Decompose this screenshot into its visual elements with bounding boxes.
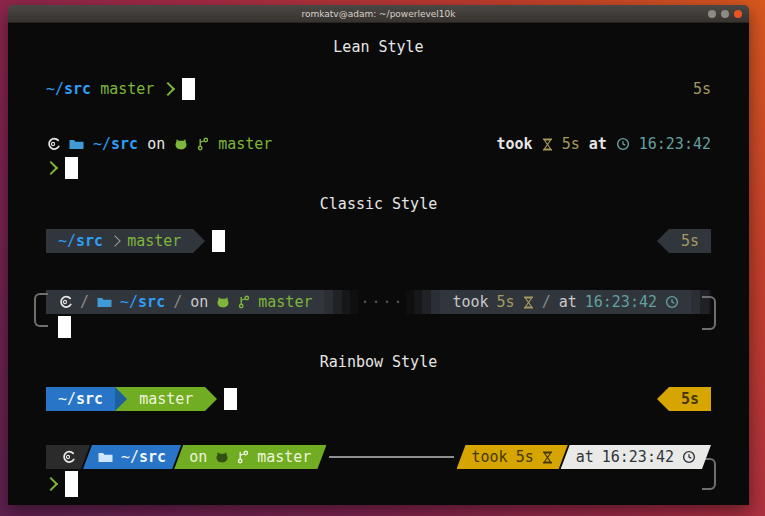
at-label: at bbox=[559, 293, 577, 311]
rainbow-style-heading: Rainbow Style bbox=[8, 352, 749, 372]
terminal-cursor bbox=[224, 388, 237, 410]
gap-filler-line bbox=[329, 456, 453, 458]
dir-prefix: ~/ bbox=[93, 135, 111, 153]
duration-segment: took 5s bbox=[457, 445, 568, 469]
command-duration: 5s bbox=[681, 390, 699, 408]
at-label: at bbox=[589, 135, 607, 153]
took-label: took bbox=[452, 293, 488, 311]
on-label: on bbox=[190, 293, 208, 311]
segment-fade bbox=[324, 290, 358, 314]
dir-name: src bbox=[138, 293, 165, 311]
classic-short-prompt: ~/src master 5s bbox=[8, 229, 749, 253]
directory-segment: ~/src bbox=[83, 445, 181, 469]
dir-name: src bbox=[111, 135, 138, 153]
github-octocat-icon bbox=[215, 451, 229, 464]
took-label: took bbox=[497, 135, 533, 153]
os-segment bbox=[46, 445, 90, 469]
slash-separator: / bbox=[173, 293, 182, 311]
terminal-screen[interactable]: Lean Style ~/src master 5s bbox=[8, 23, 749, 505]
maximize-button[interactable] bbox=[721, 10, 729, 18]
dir-name: src bbox=[76, 232, 103, 250]
current-directory: ~/src bbox=[58, 232, 103, 250]
window-title: romkatv@adam: ~/powerlevel10k bbox=[301, 9, 455, 19]
rainbow-short-prompt: ~/src master 5s bbox=[8, 387, 749, 411]
terminal-window: romkatv@adam: ~/powerlevel10k Lean Style… bbox=[8, 5, 749, 505]
at-label: at bbox=[576, 448, 594, 466]
took-label: took bbox=[472, 448, 508, 466]
git-branch: master bbox=[258, 293, 312, 311]
terminal-cursor bbox=[212, 230, 225, 252]
folder-icon bbox=[98, 451, 113, 463]
prompt-frame-left bbox=[34, 293, 48, 327]
classic-style-heading: Classic Style bbox=[8, 194, 749, 214]
hourglass-icon bbox=[542, 138, 553, 151]
segment-fade bbox=[406, 290, 440, 314]
dir-name: src bbox=[76, 390, 103, 408]
dir-prefix: ~/ bbox=[120, 293, 138, 311]
current-time: 16:23:42 bbox=[639, 135, 711, 153]
current-directory: ~/src bbox=[93, 135, 138, 153]
prompt-frame-right bbox=[702, 296, 716, 330]
lean-style-heading: Lean Style bbox=[8, 37, 749, 57]
powerline-arrow-icon bbox=[193, 229, 205, 253]
folder-icon bbox=[97, 296, 112, 308]
prompt-chevron-icon bbox=[44, 161, 58, 175]
rainbow-full-prompt: ~/src on master took bbox=[8, 445, 749, 499]
lean-full-prompt: ~/src on master took bbox=[8, 134, 749, 180]
powerline-arrow-icon bbox=[657, 387, 669, 411]
section-title: Classic Style bbox=[320, 195, 437, 213]
terminal-cursor bbox=[182, 78, 195, 100]
command-duration: 5s bbox=[681, 232, 699, 250]
dir-prefix: ~/ bbox=[46, 80, 64, 98]
git-branch: master bbox=[139, 390, 193, 408]
clock-icon bbox=[665, 295, 679, 309]
dir-prefix: ~/ bbox=[58, 232, 76, 250]
segment-separator-icon bbox=[109, 235, 120, 246]
folder-icon bbox=[69, 138, 84, 150]
git-branch-icon bbox=[238, 295, 250, 309]
slash-separator: / bbox=[542, 293, 551, 311]
current-time: 16:23:42 bbox=[602, 448, 674, 466]
terminal-cursor bbox=[65, 157, 78, 179]
terminal-cursor bbox=[65, 471, 78, 497]
clock-icon bbox=[616, 137, 630, 151]
desktop-wallpaper: romkatv@adam: ~/powerlevel10k Lean Style… bbox=[0, 0, 765, 516]
hourglass-icon bbox=[523, 296, 534, 309]
current-directory: ~/src bbox=[46, 80, 91, 98]
dir-name: src bbox=[64, 80, 91, 98]
prompt-chevron-icon bbox=[161, 82, 175, 96]
git-branch-icon bbox=[237, 450, 249, 464]
current-directory: ~/src bbox=[58, 390, 103, 408]
command-duration: 5s bbox=[562, 135, 580, 153]
powerline-arrow-icon bbox=[205, 387, 217, 411]
section-title: Rainbow Style bbox=[320, 353, 437, 371]
git-segment: on master bbox=[174, 445, 326, 469]
close-button[interactable] bbox=[734, 10, 742, 18]
minimize-button[interactable] bbox=[708, 10, 716, 18]
on-label: on bbox=[147, 135, 165, 153]
time-segment: at 16:23:42 bbox=[561, 445, 711, 469]
on-label: on bbox=[189, 448, 207, 466]
os-logo-icon bbox=[58, 295, 72, 309]
dir-prefix: ~/ bbox=[58, 390, 76, 408]
section-title: Lean Style bbox=[333, 38, 423, 56]
command-duration: 5s bbox=[516, 448, 534, 466]
current-directory: ~/src bbox=[121, 448, 166, 466]
hourglass-icon bbox=[542, 451, 553, 464]
os-logo-icon bbox=[61, 450, 75, 464]
lean-short-prompt: ~/src master 5s bbox=[8, 77, 749, 101]
current-time: 16:23:42 bbox=[585, 293, 657, 311]
current-directory: ~/src bbox=[120, 293, 165, 311]
classic-full-prompt: / ~/src / on bbox=[8, 290, 749, 340]
window-titlebar[interactable]: romkatv@adam: ~/powerlevel10k bbox=[8, 5, 749, 23]
powerline-arrow-icon bbox=[657, 229, 669, 253]
slash-separator: / bbox=[80, 293, 89, 311]
powerline-arrow-icon bbox=[115, 387, 127, 411]
github-octocat-icon bbox=[174, 138, 188, 151]
terminal-cursor bbox=[58, 316, 71, 338]
git-branch: master bbox=[257, 448, 311, 466]
gap-filler-dots: ···· bbox=[360, 293, 404, 311]
window-controls bbox=[708, 10, 742, 18]
os-logo-icon bbox=[46, 137, 60, 151]
command-duration: 5s bbox=[497, 293, 515, 311]
